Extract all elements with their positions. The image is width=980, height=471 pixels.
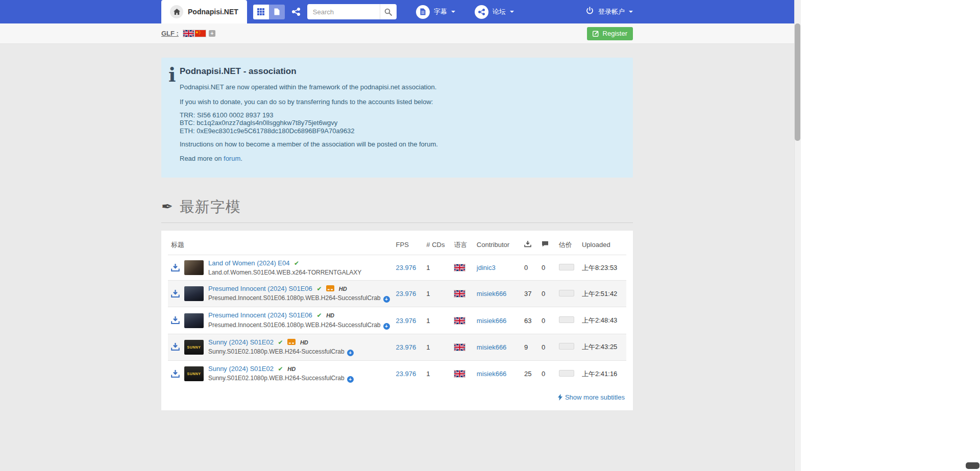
share-icon[interactable] — [292, 8, 300, 16]
subtitle-title-link[interactable]: Sunny (2024) S01E02 — [208, 365, 274, 373]
uploaded-time: 上午2:51:42 — [579, 281, 626, 307]
register-button-label: Register — [603, 30, 627, 37]
contributor-link[interactable]: jdinic3 — [477, 264, 496, 271]
approved-check-icon: ✔ — [294, 260, 299, 267]
approved-check-icon: ✔ — [316, 285, 322, 292]
btc-account: BTC: bc1q2ax0nzz7dagls4n0llsgghkw7t8y75j… — [180, 119, 337, 127]
login-menu-label: 登录帐户 — [598, 7, 625, 16]
fps-link[interactable]: 23.976 — [396, 317, 416, 325]
flag-uk-icon — [454, 370, 465, 377]
comments-count: 0 — [538, 307, 556, 334]
fps-link[interactable]: 23.976 — [396, 264, 416, 271]
show-more-subtitles-link[interactable]: Show more subtitles — [558, 393, 625, 401]
document-icon — [416, 5, 430, 19]
uploaded-time: 上午2:43:25 — [579, 334, 626, 360]
chevron-down-icon — [510, 11, 514, 13]
rating-bar — [559, 316, 574, 323]
col-comments-icon — [538, 235, 556, 255]
download-subtitle-button[interactable] — [171, 290, 180, 298]
col-cds: # CDs — [423, 235, 451, 255]
poster-thumbnail — [184, 260, 204, 275]
subtitle-title-link[interactable]: Sunny (2024) S01E02 — [208, 338, 274, 346]
plus-circle-icon[interactable]: + — [347, 376, 354, 383]
table-row: Presumed Innocent (2024) S01E06 ✔ HD Pre… — [168, 307, 626, 334]
subtitle-title-link[interactable]: Presumed Innocent (2024) S01E06 — [208, 311, 312, 319]
rating-bar — [559, 343, 574, 350]
flag-uk-icon — [454, 317, 465, 324]
download-subtitle-button[interactable] — [171, 264, 180, 272]
cds-count: 1 — [423, 334, 451, 360]
view-toggle-group — [253, 5, 285, 19]
rating-bar — [559, 370, 574, 377]
vertical-scrollbar-thumb[interactable] — [795, 23, 800, 141]
fps-link[interactable]: 23.976 — [396, 290, 416, 298]
contributor-link[interactable]: misiek666 — [477, 343, 507, 351]
subtitles-file-icon[interactable] — [269, 5, 285, 19]
plus-circle-icon[interactable]: + — [383, 323, 390, 330]
uploaded-time: 上午2:41:16 — [579, 360, 626, 387]
rating-bar — [559, 264, 574, 270]
col-rating: 估价 — [556, 235, 579, 255]
flag-uk-icon[interactable] — [183, 30, 194, 37]
plus-circle-icon[interactable]: + — [347, 350, 354, 356]
register-button[interactable]: Register — [587, 27, 633, 40]
hd-badge: HD — [300, 339, 308, 345]
col-title: 标题 — [168, 235, 393, 255]
glf-link[interactable]: GLF : — [161, 30, 179, 37]
forum-menu[interactable]: 论坛 — [475, 5, 514, 19]
flag-uk-icon — [454, 290, 465, 297]
chevron-down-icon — [451, 11, 455, 13]
info-intro-text: Podnapisi.NET are now operated within th… — [180, 82, 623, 92]
donation-accounts: TRR: SI56 6100 0002 8937 193 BTC: bc1q2a… — [180, 111, 623, 135]
forum-link[interactable]: forum — [224, 155, 240, 162]
horizontal-scrollbar-thumb[interactable] — [966, 462, 979, 469]
subtitles-table: 标题 FPS # CDs 语言 Contributor 估价 Uploaded — [168, 235, 626, 387]
cds-count: 1 — [423, 281, 451, 307]
forum-share-icon — [475, 5, 488, 19]
contributor-link[interactable]: misiek666 — [477, 317, 507, 325]
latest-subtitles-header: ✒ 最新字模 — [161, 197, 633, 217]
poster-thumbnail: SUNNY — [184, 340, 204, 355]
search-input[interactable] — [307, 4, 380, 19]
contributor-link[interactable]: misiek666 — [477, 370, 507, 378]
downloads-count: 25 — [521, 360, 538, 387]
search-button[interactable] — [380, 4, 397, 19]
uploaded-time: 上午8:23:53 — [579, 255, 626, 280]
subtitle-title-link[interactable]: Land of Women (2024) E04 — [208, 259, 289, 267]
power-icon — [585, 7, 594, 17]
hd-badge: HD — [287, 366, 296, 372]
cds-count: 1 — [423, 307, 451, 334]
contributor-link[interactable]: misiek666 — [477, 290, 507, 298]
hearing-impaired-icon — [287, 339, 296, 345]
brand-title: Podnapisi.NET — [188, 8, 238, 16]
cds-count: 1 — [423, 360, 451, 387]
downloads-count: 0 — [521, 255, 538, 280]
top-navbar: Podnapisi.NET — [0, 0, 794, 23]
subtitle-title-link[interactable]: Presumed Innocent (2024) S01E06 — [208, 285, 312, 292]
trr-account: TRR: SI56 6100 0002 8937 193 — [180, 111, 274, 119]
movies-grid-icon[interactable] — [253, 5, 269, 19]
brand-home-tab[interactable]: Podnapisi.NET — [161, 0, 247, 23]
col-uploaded: Uploaded — [579, 235, 626, 255]
eth-account: ETH: 0xE9ec8301c9e5C61788dc180Dc6896BF9A… — [180, 127, 355, 135]
flag-cn-icon[interactable] — [195, 30, 206, 37]
association-info-panel: i Podnapisi.NET - association Podnapisi.… — [161, 58, 633, 178]
subtitles-menu[interactable]: 字幕 — [416, 5, 455, 19]
col-contributor: Contributor — [474, 235, 521, 255]
table-row: Land of Women (2024) E04 ✔ Land.of.Women… — [168, 255, 626, 280]
login-menu[interactable]: 登录帐户 — [585, 7, 633, 17]
hearing-impaired-icon — [326, 285, 334, 291]
glf-flag-list — [183, 30, 206, 37]
plus-circle-icon[interactable]: + — [383, 296, 390, 303]
downloads-count: 63 — [521, 307, 538, 334]
info-panel-title: Podnapisi.NET - association — [180, 66, 623, 77]
download-subtitle-button[interactable] — [171, 343, 180, 351]
fps-link[interactable]: 23.976 — [396, 343, 416, 351]
cds-count: 1 — [423, 255, 451, 280]
info-donate-text: If you wish to donate, you can do so by … — [180, 97, 623, 107]
fps-link[interactable]: 23.976 — [396, 370, 416, 378]
uploaded-time: 上午2:48:43 — [579, 307, 626, 334]
download-subtitle-button[interactable] — [171, 316, 180, 325]
add-language-icon[interactable]: + — [209, 30, 215, 37]
download-subtitle-button[interactable] — [171, 370, 180, 378]
